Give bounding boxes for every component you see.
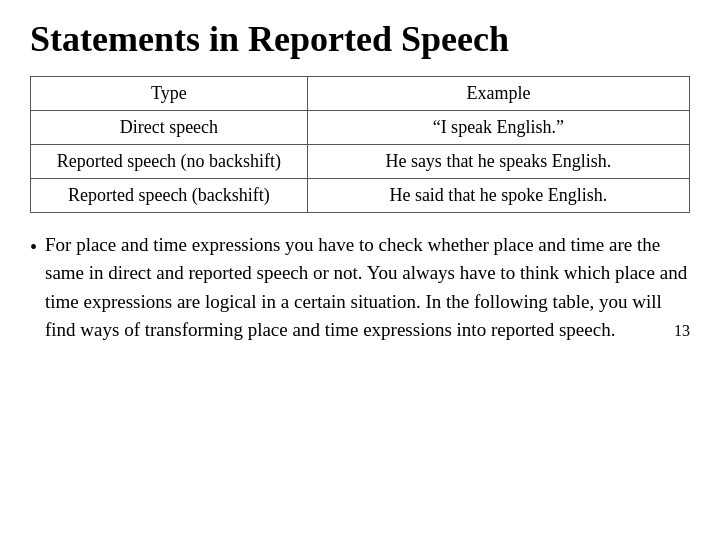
row3-example: He said that he spoke English. xyxy=(307,178,689,212)
row1-example: “I speak English.” xyxy=(307,110,689,144)
row1-type: Direct speech xyxy=(31,110,308,144)
table-header-row: Type Example xyxy=(31,76,690,110)
reported-speech-table: Type Example Direct speech “I speak Engl… xyxy=(30,76,690,213)
bullet-item: • For place and time expressions you hav… xyxy=(30,231,690,345)
type-header: Type xyxy=(31,76,308,110)
table-row: Reported speech (backshift) He said that… xyxy=(31,178,690,212)
bullet-symbol: • xyxy=(30,232,37,262)
body-text-section: • For place and time expressions you hav… xyxy=(30,231,690,345)
page-title: Statements in Reported Speech xyxy=(30,20,690,60)
bullet-text: For place and time expressions you have … xyxy=(45,231,690,345)
example-header: Example xyxy=(307,76,689,110)
table-row: Reported speech (no backshift) He says t… xyxy=(31,144,690,178)
row3-type: Reported speech (backshift) xyxy=(31,178,308,212)
page-number: 13 xyxy=(674,319,690,343)
row2-type: Reported speech (no backshift) xyxy=(31,144,308,178)
row2-example: He says that he speaks English. xyxy=(307,144,689,178)
table-row: Direct speech “I speak English.” xyxy=(31,110,690,144)
